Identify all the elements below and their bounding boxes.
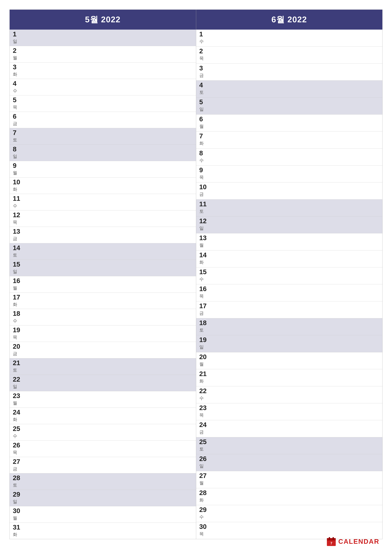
day-number: 11 [199, 201, 209, 207]
day-row: 11토 [196, 199, 383, 216]
day-info: 4토 [199, 82, 209, 95]
day-number: 2 [13, 47, 22, 54]
day-number: 3 [199, 65, 209, 72]
day-name: 일 [199, 225, 209, 231]
day-info: 16목 [199, 285, 209, 299]
day-info: 20월 [199, 354, 209, 367]
day-info: 1수 [199, 31, 209, 44]
day-name: 금 [13, 236, 22, 242]
day-number: 8 [13, 146, 22, 153]
day-row: 8수 [196, 149, 383, 166]
day-name: 월 [199, 124, 209, 129]
day-name: 화 [13, 71, 22, 77]
day-info: 14화 [199, 252, 209, 265]
day-number: 25 [13, 425, 22, 432]
day-name: 일 [13, 269, 22, 275]
day-row: 2월 [10, 46, 196, 63]
day-info: 18수 [13, 310, 22, 324]
day-name: 토 [199, 208, 209, 214]
month-col-2: 6월 20221수2목3금4토5일6월7화8수9목10금11토12일13월14화… [196, 10, 383, 539]
day-row: 3화 [10, 63, 196, 79]
day-name: 금 [199, 429, 209, 435]
day-info: 16월 [13, 278, 22, 291]
day-name: 목 [13, 449, 22, 455]
day-name: 월 [13, 285, 22, 291]
day-number: 3 [13, 64, 22, 70]
day-name: 토 [13, 367, 22, 373]
day-name: 목 [199, 55, 209, 61]
day-info: 23월 [13, 393, 22, 406]
day-row: 26일 [196, 454, 383, 471]
day-info: 6금 [13, 113, 22, 127]
day-info: 29수 [199, 506, 209, 520]
svg-text:7: 7 [330, 541, 332, 545]
day-row: 12목 [10, 210, 196, 227]
day-number: 26 [199, 455, 209, 462]
day-number: 28 [199, 489, 209, 496]
day-number: 15 [199, 269, 209, 275]
day-name: 토 [13, 482, 22, 488]
day-row: 1일 [10, 29, 196, 46]
day-number: 13 [13, 228, 22, 235]
day-row: 16목 [196, 284, 383, 301]
day-number: 18 [199, 320, 209, 326]
day-number: 6 [199, 116, 209, 123]
day-info: 25토 [199, 438, 209, 452]
day-number: 16 [13, 278, 22, 284]
day-number: 4 [199, 82, 209, 88]
day-name: 토 [199, 446, 209, 452]
day-number: 18 [13, 310, 22, 317]
days-container-2: 1수2목3금4토5일6월7화8수9목10금11토12일13월14화15수16목1… [196, 29, 383, 539]
day-row: 25수 [10, 424, 196, 441]
day-info: 10금 [199, 184, 209, 197]
day-name: 금 [199, 191, 209, 197]
day-row: 3금 [196, 64, 383, 80]
day-number: 10 [199, 184, 209, 190]
day-name: 월 [199, 242, 209, 248]
day-number: 17 [199, 303, 209, 309]
day-info: 3금 [199, 65, 209, 79]
day-info: 31화 [13, 524, 22, 538]
day-name: 화 [199, 140, 209, 146]
day-name: 일 [13, 499, 22, 505]
day-number: 24 [199, 422, 209, 428]
day-number: 30 [199, 523, 209, 530]
day-row: 15일 [10, 260, 196, 276]
day-number: 24 [13, 409, 22, 416]
day-name: 수 [199, 38, 209, 44]
logo-area: 7 CALENDAR [327, 537, 379, 546]
month-header-2: 6월 2022 [196, 10, 383, 29]
day-number: 11 [13, 195, 22, 202]
day-name: 토 [199, 327, 209, 333]
day-name: 목 [13, 219, 22, 225]
day-info: 25수 [13, 425, 22, 439]
day-name: 화 [13, 416, 22, 423]
day-number: 23 [13, 393, 22, 399]
day-number: 30 [13, 508, 22, 514]
day-info: 7화 [199, 133, 209, 146]
day-row: 18수 [10, 309, 196, 325]
day-row: 12일 [196, 216, 383, 233]
day-info: 19일 [199, 336, 209, 350]
day-row: 17금 [196, 301, 383, 318]
day-info: 13월 [199, 235, 209, 248]
day-info: 14토 [13, 245, 22, 258]
svg-rect-2 [329, 537, 330, 540]
day-number: 5 [199, 99, 209, 105]
day-info: 12목 [13, 212, 22, 225]
day-name: 수 [13, 88, 22, 94]
day-row: 23목 [196, 403, 383, 420]
day-number: 21 [13, 360, 22, 366]
day-info: 15일 [13, 261, 22, 275]
day-row: 21화 [196, 369, 383, 386]
day-number: 28 [13, 475, 22, 481]
day-name: 금 [13, 121, 22, 127]
day-name: 수 [199, 514, 209, 520]
day-name: 목 [199, 293, 209, 299]
day-info: 30목 [199, 523, 209, 537]
day-name: 화 [199, 497, 209, 503]
day-number: 21 [199, 371, 209, 377]
day-name: 토 [13, 252, 22, 258]
day-info: 6월 [199, 116, 209, 129]
day-info: 11토 [199, 201, 209, 214]
